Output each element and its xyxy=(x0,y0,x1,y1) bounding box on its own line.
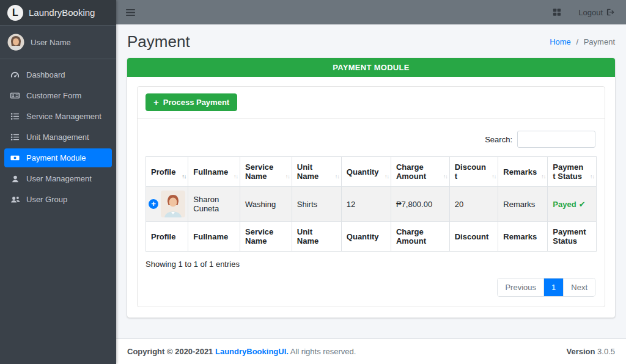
sidebar-item-payment-module[interactable]: Payment Module xyxy=(4,148,112,167)
sidebar-item-dashboard[interactable]: Dashboard xyxy=(4,65,112,84)
card-body: + Process Payment Search: xyxy=(127,77,615,318)
sidebar-nav: Dashboard Customer Form Service Manageme… xyxy=(0,59,116,215)
footer-brand-link[interactable]: LaundryBookingUI. xyxy=(215,347,289,356)
column-header-unit-name[interactable]: Unit Name↑↓ xyxy=(292,157,341,187)
sidebar-item-user-management[interactable]: User Management xyxy=(4,169,112,188)
sidebar-item-label: User Management xyxy=(26,174,92,183)
brand-name: LaundryBooking xyxy=(29,7,95,18)
footer-copyright: Copyright © 2020-2021 xyxy=(127,347,213,356)
process-payment-label: Process Payment xyxy=(163,98,229,107)
content-header: Payment Home / Payment xyxy=(116,24,626,58)
column-label: Discount xyxy=(455,162,486,181)
sidebar-item-user-group[interactable]: User Group xyxy=(4,190,112,209)
sort-icon: ↑↓ xyxy=(590,173,594,180)
user-panel[interactable]: User Name xyxy=(0,26,116,59)
column-label: Payment Status xyxy=(553,162,583,181)
footer-version-number: 3.0.5 xyxy=(597,347,615,356)
sort-icon: ↑↓ xyxy=(285,173,290,180)
footer-rights: All rights reserved. xyxy=(290,347,356,356)
column-header-payment-status[interactable]: Payment Status↑↓ xyxy=(548,157,597,187)
breadcrumb-home-link[interactable]: Home xyxy=(550,37,571,46)
footer-column-profile: Profile xyxy=(146,222,188,252)
table-body: + Sharon Cuneta Washing xyxy=(146,187,597,222)
payment-module-header: PAYMENT MODULE xyxy=(127,58,615,77)
dashboard-icon xyxy=(10,70,20,79)
inner-card-header: + Process Payment xyxy=(138,87,605,118)
users-icon xyxy=(10,195,20,204)
footer-version-block: Version 3.0.5 xyxy=(566,347,615,356)
column-header-quantity[interactable]: Quantity↑↓ xyxy=(341,157,391,187)
sort-icon: ↑↓ xyxy=(182,173,186,180)
list-icon xyxy=(10,112,20,121)
status-badge: Payed xyxy=(553,200,576,209)
column-header-charge-amount[interactable]: Charge Amount↑↓ xyxy=(391,157,449,187)
profile-avatar xyxy=(161,191,185,217)
sort-icon: ↑↓ xyxy=(492,173,496,180)
column-label: Service Name xyxy=(245,162,273,181)
grid-menu-button[interactable] xyxy=(553,8,561,16)
pagination-previous[interactable]: Previous xyxy=(498,278,544,296)
table-head: Profile↑↓ Fullname↑↓ Service Name↑↓ Unit… xyxy=(146,157,597,187)
sort-icon: ↑↓ xyxy=(541,173,545,180)
user-icon xyxy=(10,175,20,183)
cell-payment-status: Payed✔ xyxy=(548,187,597,222)
logout-label: Logout xyxy=(578,8,603,17)
cell-remarks: Remarks xyxy=(498,187,548,222)
cell-discount: 20 xyxy=(449,187,498,222)
sidebar-item-customer-form[interactable]: Customer Form xyxy=(4,86,112,105)
footer-column-fullname: Fullname xyxy=(188,222,240,252)
column-label: Quantity xyxy=(347,167,379,177)
sort-icon: ↑↓ xyxy=(234,173,238,180)
column-header-discount[interactable]: Discount↑↓ xyxy=(449,157,498,187)
table-info: Showing 1 to 1 of 1 entries xyxy=(145,260,597,269)
table-foot: Profile Fullname Service Name Unit Name … xyxy=(146,222,597,252)
sidebar: L LaundryBooking User Name xyxy=(0,0,116,364)
expand-row-button[interactable]: + xyxy=(148,198,159,209)
sort-icon: ↑↓ xyxy=(335,173,339,180)
column-label: Remarks xyxy=(503,167,537,177)
sidebar-item-label: Dashboard xyxy=(26,70,65,79)
payments-table: Profile↑↓ Fullname↑↓ Service Name↑↓ Unit… xyxy=(145,156,597,252)
logout-button[interactable]: Logout xyxy=(578,8,615,17)
search-input[interactable] xyxy=(517,131,595,148)
brand-logo-icon: L xyxy=(7,5,23,21)
menu-toggle-button[interactable] xyxy=(126,9,135,16)
footer-column-service-name: Service Name xyxy=(240,222,292,252)
cell-unit-name: Shirts xyxy=(292,187,341,222)
cell-service-name: Washing xyxy=(240,187,292,222)
list-icon xyxy=(10,133,20,142)
sidebar-item-label: Customer Form xyxy=(26,91,81,100)
sign-out-icon xyxy=(606,8,615,16)
brand[interactable]: L LaundryBooking xyxy=(0,0,116,26)
column-header-remarks[interactable]: Remarks↑↓ xyxy=(498,157,548,187)
inner-card-body: Search: xyxy=(138,118,605,307)
main-area: Logout Payment Home / Payment PAYMENT MO… xyxy=(116,0,626,364)
column-header-fullname[interactable]: Fullname↑↓ xyxy=(188,157,240,187)
process-payment-button[interactable]: + Process Payment xyxy=(145,93,237,111)
breadcrumb-separator: / xyxy=(576,37,578,46)
table-row: + Sharon Cuneta Washing xyxy=(146,187,597,222)
profile-cell: + xyxy=(146,187,188,222)
breadcrumb: Home / Payment xyxy=(550,37,615,46)
money-check-icon xyxy=(10,153,20,162)
sort-icon: ↑↓ xyxy=(385,173,389,180)
pagination-row: Previous 1 Next xyxy=(145,278,595,297)
sidebar-item-unit-management[interactable]: Unit Management xyxy=(4,128,112,147)
column-label: Fullname xyxy=(193,167,228,177)
pagination-page-1[interactable]: 1 xyxy=(544,278,564,296)
footer: Copyright © 2020-2021 LaundryBookingUI. … xyxy=(116,338,626,364)
pagination-next[interactable]: Next xyxy=(564,278,595,296)
search-label: Search: xyxy=(485,135,512,144)
column-header-service-name[interactable]: Service Name↑↓ xyxy=(240,157,292,187)
sidebar-item-service-management[interactable]: Service Management xyxy=(4,107,112,126)
user-name: User Name xyxy=(31,38,71,47)
app-root: L LaundryBooking User Name xyxy=(0,0,626,364)
column-header-profile[interactable]: Profile↑↓ xyxy=(146,157,188,187)
column-label: Profile xyxy=(151,167,175,177)
header-row: Profile↑↓ Fullname↑↓ Service Name↑↓ Unit… xyxy=(146,157,597,187)
payment-module-card: PAYMENT MODULE + Process Payment Search: xyxy=(127,58,615,318)
page-title: Payment xyxy=(127,32,190,51)
user-avatar xyxy=(7,34,24,51)
footer-header-row: Profile Fullname Service Name Unit Name … xyxy=(146,222,597,252)
footer-copyright-block: Copyright © 2020-2021 LaundryBookingUI. … xyxy=(127,347,356,356)
